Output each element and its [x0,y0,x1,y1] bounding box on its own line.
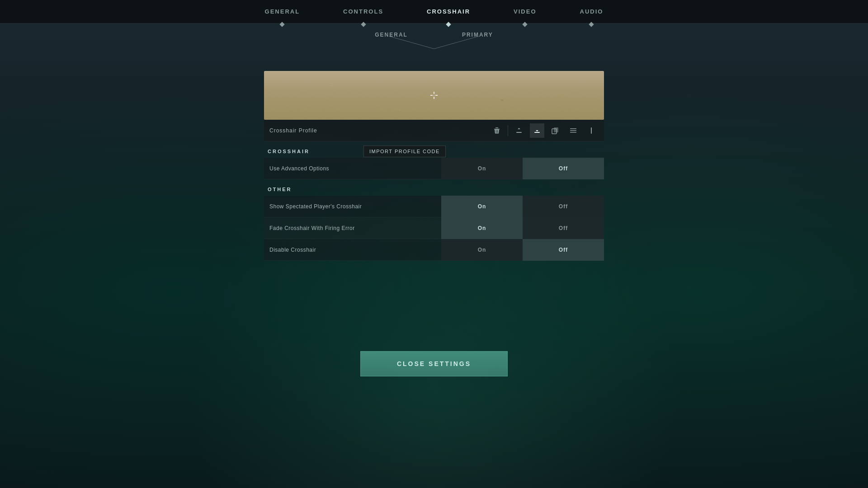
tab-crosshair[interactable]: CROSSHAIR [405,0,492,23]
fade-firing-error-on[interactable]: On [441,217,523,239]
show-spectated-on[interactable]: On [441,196,523,217]
fade-firing-error-toggle: On Off [441,217,604,239]
setting-fade-firing-error: Fade Crosshair With Firing Error On Off [264,217,604,239]
disable-crosshair-off[interactable]: Off [523,239,604,261]
nav-connector-lines [389,36,479,50]
svg-rect-13 [570,128,576,129]
svg-line-1 [434,36,479,49]
svg-rect-15 [570,132,576,133]
setting-show-spectated: Show Spectated Player's Crosshair On Off [264,196,604,217]
import-profile-button[interactable] [530,123,544,138]
setting-disable-crosshair: Disable Crosshair On Off [264,239,604,261]
crosshair-preview [264,71,604,120]
fade-firing-error-off[interactable]: Off [523,217,604,239]
svg-rect-8 [495,127,498,128]
tab-general[interactable]: GENERAL [243,0,322,23]
profile-row: Crosshair Profile [264,120,604,141]
show-spectated-off[interactable]: Off [523,196,604,217]
crosshair-display [429,91,439,100]
close-settings-button[interactable]: CLOSE SETTINGS [360,351,508,376]
svg-rect-16 [591,127,592,134]
export-profile-button[interactable] [512,123,526,138]
copy-profile-button[interactable] [548,123,562,138]
close-button-container: CLOSE SETTINGS [0,351,868,376]
svg-rect-10 [534,132,540,133]
setting-use-advanced-options: Use Advanced Options On Off [264,158,604,179]
profiles-list-button[interactable] [566,123,580,138]
fade-firing-error-label: Fade Crosshair With Firing Error [264,225,441,231]
disable-crosshair-on[interactable]: On [441,239,523,261]
import-tooltip: IMPORT PROFILE CODE [363,145,446,157]
disable-crosshair-label: Disable Crosshair [264,247,441,253]
svg-rect-9 [516,132,522,133]
use-advanced-options-on[interactable]: On [441,158,523,179]
tab-controls[interactable]: CONTROLS [321,0,405,23]
show-spectated-label: Show Spectated Player's Crosshair [264,203,441,210]
top-navigation: GENERAL CONTROLS CROSSHAIR VIDEO AUDIO [0,0,868,23]
svg-rect-12 [554,127,558,132]
svg-rect-7 [494,129,500,130]
tab-audio[interactable]: AUDIO [558,0,625,23]
use-advanced-options-toggle: On Off [441,158,604,179]
delete-profile-button[interactable] [490,123,504,138]
profile-separator-icon [584,123,599,138]
svg-rect-6 [434,95,434,96]
use-advanced-options-label: Use Advanced Options [264,165,441,172]
svg-rect-14 [570,130,576,131]
show-spectated-toggle: On Off [441,196,604,217]
crosshair-profile-label: Crosshair Profile [269,127,486,134]
use-advanced-options-off[interactable]: Off [523,158,604,179]
svg-line-0 [389,36,434,49]
settings-panel: CROSSHAIR Use Advanced Options On Off OT… [264,141,604,261]
sub-navigation: GENERAL PRIMARY [0,23,868,48]
tab-video[interactable]: VIDEO [492,0,558,23]
toolbar-divider-1 [508,125,508,136]
other-section-header: OTHER [264,179,604,196]
disable-crosshair-toggle: On Off [441,239,604,261]
